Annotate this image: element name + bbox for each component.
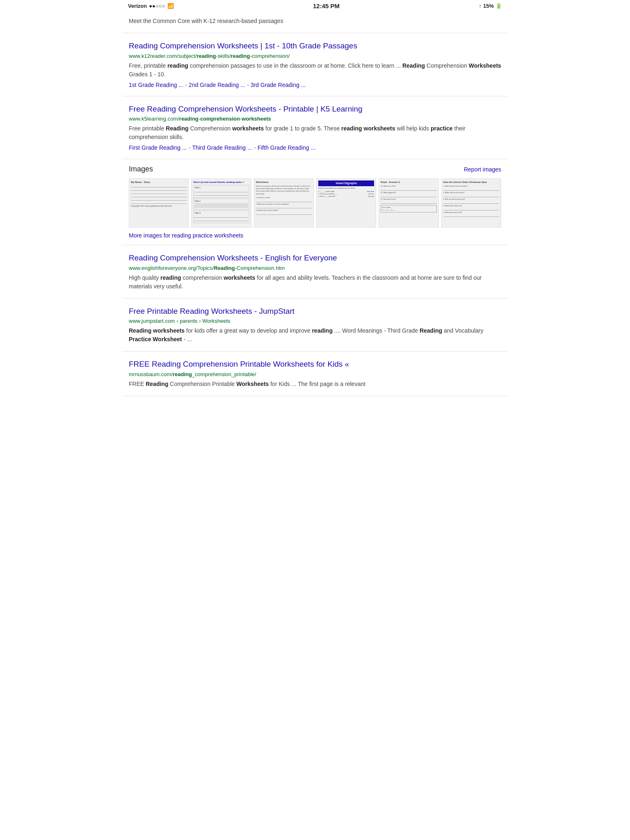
result-url-1: www.k12reader.com/subject/reading-skills…	[129, 53, 501, 59]
more-images-anchor[interactable]: More images for reading practice workshe…	[129, 232, 243, 239]
partial-snippet: Meet the Common Core with K-12 research-…	[129, 17, 501, 25]
result-url-3: www.englishforeveryone.org/Topics/Readin…	[129, 265, 501, 271]
images-header: Images Report images	[129, 165, 501, 173]
url-bold-6: Reading	[214, 265, 235, 271]
result-title-3[interactable]: Reading Comprehension Worksheets - Engli…	[129, 253, 501, 264]
url-bold-1: reading	[196, 53, 216, 59]
worksheet-mock-5: Read - Answer it 10. What was it like? 1…	[379, 179, 438, 227]
image-thumb-5[interactable]: Read - Answer it 10. What was it like? 1…	[379, 178, 438, 228]
worksheet-mock-6: How the Grinch Stole Christmas Quiz 1. W…	[442, 179, 501, 227]
result-snippet-2: Free printable Reading Comprehension wor…	[129, 124, 501, 142]
result-url-2: www.k5learning.com/reading-comprehension…	[129, 116, 501, 122]
link-1st-grade[interactable]: 1st Grade Reading ...	[129, 82, 183, 88]
result-snippet-3: High quality reading comprehension works…	[129, 274, 501, 291]
result-block-5: FREE Reading Comprehension Printable Wor…	[122, 352, 508, 396]
carrier-label: Verizon	[128, 3, 147, 9]
result-snippet-5: FREE Reading Comprehension Printable Wor…	[129, 380, 501, 388]
result-url-4: www.jumpstart.com › parents › Worksheets	[129, 318, 501, 324]
link-3rd-grade[interactable]: 3rd Grade Reading ...	[251, 82, 306, 88]
result-url-5: mrnussbaum.com/reading_comprehension_pri…	[129, 371, 501, 377]
link-separator-2: -	[247, 82, 251, 88]
result-snippet-4: Reading worksheets for kids offer a grea…	[129, 326, 501, 344]
result-title-4[interactable]: Free Printable Reading Worksheets - Jump…	[129, 306, 501, 317]
url-bold-7: reading	[173, 371, 192, 377]
battery-label: 15%	[483, 3, 494, 9]
images-grid: My Name - Story Copyright 2011 www.spell…	[129, 178, 501, 228]
worksheet-mock-4: Vowel Digraphs Circle the word that best…	[317, 179, 376, 227]
image-thumb-1[interactable]: My Name - Story Copyright 2011 www.spell…	[129, 178, 189, 228]
result-title-1[interactable]: Reading Comprehension Worksheets | 1st -…	[129, 41, 501, 52]
worksheet-mock-3: Worksheet Jack is a seven-year-old boy w…	[254, 179, 313, 227]
status-time: 12:45 PM	[313, 2, 340, 9]
link-separator-1: -	[185, 82, 189, 88]
link-fifth-grade[interactable]: Fifth Grade Reading ...	[258, 144, 316, 151]
battery-icon: 🔋	[495, 3, 502, 9]
result-title-5[interactable]: FREE Reading Comprehension Printable Wor…	[129, 359, 501, 370]
link-third-grade[interactable]: Third Grade Reading ...	[192, 144, 252, 151]
more-images-link[interactable]: More images for reading practice workshe…	[129, 232, 501, 239]
result-block-3: Reading Comprehension Worksheets - Engli…	[122, 245, 508, 299]
result-links-2: First Grade Reading ... - Third Grade Re…	[129, 144, 501, 151]
result-block-4: Free Printable Reading Worksheets - Jump…	[122, 299, 508, 352]
url-bold-2: reading	[231, 53, 250, 59]
result-snippet-1: Free, printable reading comprehension pa…	[129, 62, 501, 79]
signal-dots: ●●○○○	[149, 3, 165, 9]
url-bold-4: comprehension	[200, 116, 240, 122]
link-first-grade[interactable]: First Grade Reading ...	[129, 144, 187, 151]
worksheet-mock-2: Short (a) and sound blends reading tasks…	[192, 179, 251, 227]
images-label: Images	[129, 165, 153, 173]
location-icon: ↑	[479, 3, 482, 9]
status-left: Verizon ●●○○○ 📶	[128, 3, 174, 9]
wifi-icon: 📶	[167, 3, 174, 9]
result-block-2: Free Reading Comprehension Worksheets - …	[122, 96, 508, 160]
worksheet-mock-1: My Name - Story Copyright 2011 www.spell…	[129, 179, 188, 227]
status-right: ↑ 15% 🔋	[479, 3, 502, 9]
result-title-2[interactable]: Free Reading Comprehension Worksheets - …	[129, 104, 501, 115]
image-thumb-4[interactable]: Vowel Digraphs Circle the word that best…	[316, 178, 376, 228]
link-separator-4: -	[254, 144, 258, 151]
url-bold-5: worksheets	[242, 116, 271, 122]
partial-result-block: Meet the Common Core with K-12 research-…	[122, 12, 508, 33]
link-2nd-grade[interactable]: 2nd Grade Reading ...	[189, 82, 245, 88]
url-bold-3: reading	[179, 116, 199, 122]
image-thumb-3[interactable]: Worksheet Jack is a seven-year-old boy w…	[254, 178, 314, 228]
report-images-link[interactable]: Report images	[464, 166, 501, 173]
image-thumb-6[interactable]: How the Grinch Stole Christmas Quiz 1. W…	[441, 178, 501, 228]
result-block-1: Reading Comprehension Worksheets | 1st -…	[122, 33, 508, 96]
images-section: Images Report images My Name - Story Cop…	[122, 159, 508, 245]
status-bar: Verizon ●●○○○ 📶 12:45 PM ↑ 15% 🔋	[122, 0, 508, 12]
image-thumb-2[interactable]: Short (a) and sound blends reading tasks…	[191, 178, 251, 228]
result-links-1: 1st Grade Reading ... - 2nd Grade Readin…	[129, 81, 501, 89]
